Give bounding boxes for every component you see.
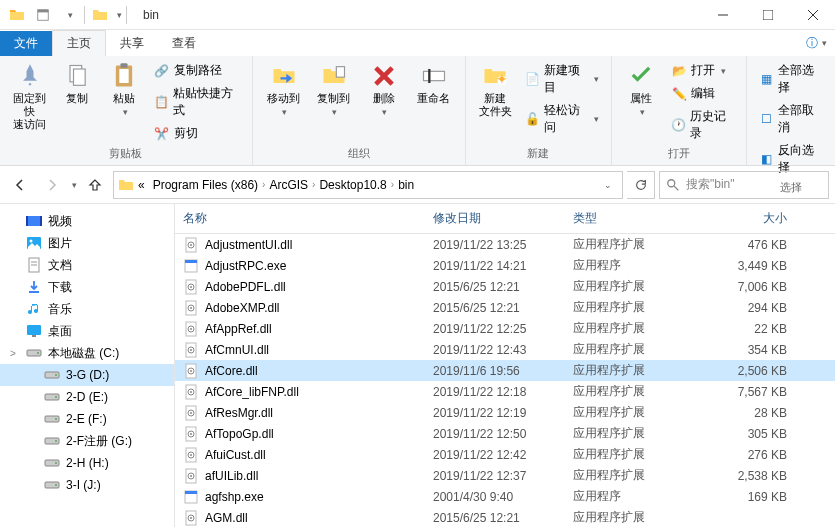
group-select: ▦全部选择 ☐全部取消 ◧反向选择 选择 (747, 56, 835, 165)
refresh-button[interactable] (627, 171, 655, 199)
table-row[interactable]: AdobePDFL.dll2015/6/25 12:21应用程序扩展7,006 … (175, 276, 835, 297)
sidebar-item[interactable]: 2-H (H:) (0, 452, 174, 474)
sidebar-item[interactable]: 桌面 (0, 320, 174, 342)
column-type[interactable]: 类型 (565, 204, 705, 233)
table-row[interactable]: AfResMgr.dll2019/11/22 12:19应用程序扩展28 KB (175, 402, 835, 423)
table-row[interactable]: AfCore_libFNP.dll2019/11/22 12:18应用程序扩展7… (175, 381, 835, 402)
file-name: AfTopoGp.dll (205, 427, 274, 441)
maximize-button[interactable] (745, 0, 790, 30)
sidebar-item[interactable]: 2-F注册 (G:) (0, 430, 174, 452)
qat-properties-icon[interactable] (32, 4, 54, 26)
open-button[interactable]: 📂打开▾ (667, 60, 738, 81)
recent-locations-button[interactable]: ▾ (72, 180, 77, 190)
table-row[interactable]: AfCmnUI.dll2019/11/22 12:43应用程序扩展354 KB (175, 339, 835, 360)
svg-point-36 (55, 374, 57, 376)
new-item-button[interactable]: 📄新建项目▾ (521, 60, 603, 98)
table-row[interactable]: AfAppRef.dll2019/11/22 12:25应用程序扩展22 KB (175, 318, 835, 339)
sidebar-item-label: 下载 (48, 279, 72, 296)
properties-button[interactable]: 属性▾ (620, 60, 663, 120)
table-row[interactable]: agfshp.exe2001/4/30 9:40应用程序169 KB (175, 486, 835, 507)
tab-file[interactable]: 文件 (0, 31, 52, 56)
file-name: AdobeXMP.dll (205, 301, 280, 315)
svg-point-42 (55, 418, 57, 420)
sidebar-item[interactable]: 图片 (0, 232, 174, 254)
sidebar-item[interactable]: 3-I (J:) (0, 474, 174, 496)
copy-to-button[interactable]: 复制到▾ (311, 60, 357, 120)
table-row[interactable]: AfCore.dll2019/11/6 19:56应用程序扩展2,506 KB (175, 360, 835, 381)
forward-button[interactable] (38, 171, 66, 199)
sidebar-item[interactable]: 2-D (E:) (0, 386, 174, 408)
minimize-button[interactable] (700, 0, 745, 30)
copy-path-button[interactable]: 🔗复制路径 (150, 60, 244, 81)
search-input[interactable]: 搜索"bin" (659, 171, 829, 199)
cut-button[interactable]: ✂️剪切 (150, 123, 244, 144)
sidebar-item-label: 2-E (F:) (66, 412, 107, 426)
table-row[interactable]: AdjustmentUI.dll2019/11/22 13:25应用程序扩展47… (175, 234, 835, 255)
sidebar-item[interactable]: 2-E (F:) (0, 408, 174, 430)
table-row[interactable]: AdobeXMP.dll2015/6/25 12:21应用程序扩展294 KB (175, 297, 835, 318)
sidebar-item[interactable]: 音乐 (0, 298, 174, 320)
history-button[interactable]: 🕐历史记录 (667, 106, 738, 144)
new-folder-button[interactable]: ✦ 新建 文件夹 (474, 60, 517, 120)
column-date[interactable]: 修改日期 (425, 204, 565, 233)
up-button[interactable] (81, 171, 109, 199)
back-button[interactable] (6, 171, 34, 199)
tab-view[interactable]: 查看 (158, 31, 210, 56)
breadcrumb-segment[interactable]: ArcGIS (265, 178, 312, 192)
easy-access-button[interactable]: 🔓轻松访问▾ (521, 100, 603, 138)
breadcrumb-segment[interactable]: Program Files (x86) (149, 178, 262, 192)
sidebar-item[interactable]: >本地磁盘 (C:) (0, 342, 174, 364)
music-icon (26, 301, 42, 317)
table-row[interactable]: AGM.dll2015/6/25 12:21应用程序扩展 (175, 507, 835, 527)
breadcrumb-segment[interactable]: Desktop10.8 (315, 178, 390, 192)
tab-home[interactable]: 主页 (52, 30, 106, 56)
paste-button[interactable]: 粘贴 ▾ (103, 60, 146, 120)
address-bar[interactable]: « Program Files (x86) › ArcGIS › Desktop… (113, 171, 623, 199)
svg-point-33 (37, 352, 39, 354)
file-size: 28 KB (705, 406, 795, 420)
file-icon (183, 363, 199, 379)
file-date: 2015/6/25 12:21 (425, 301, 565, 315)
svg-rect-15 (423, 71, 444, 80)
navigation-pane[interactable]: 视频图片文档下载音乐桌面>本地磁盘 (C:)3-G (D:)2-D (E:)2-… (0, 204, 175, 527)
sidebar-item[interactable]: 下载 (0, 276, 174, 298)
copy-button[interactable]: 复制 (55, 60, 98, 107)
svg-rect-23 (40, 216, 42, 226)
table-row[interactable]: afUILib.dll2019/11/22 12:37应用程序扩展2,538 K… (175, 465, 835, 486)
file-date: 2019/11/22 12:19 (425, 406, 565, 420)
sidebar-item[interactable]: 3-G (D:) (0, 364, 174, 386)
sidebar-item-label: 2-F注册 (G:) (66, 433, 132, 450)
svg-point-54 (190, 244, 192, 246)
file-date: 2019/11/22 12:50 (425, 427, 565, 441)
downloads-icon (26, 279, 42, 295)
edit-button[interactable]: ✏️编辑 (667, 83, 738, 104)
file-size: 305 KB (705, 427, 795, 441)
svg-rect-56 (185, 260, 197, 263)
select-none-button[interactable]: ☐全部取消 (755, 100, 827, 138)
column-size[interactable]: 大小 (705, 204, 795, 233)
select-all-button[interactable]: ▦全部选择 (755, 60, 827, 98)
delete-button[interactable]: 删除▾ (361, 60, 407, 120)
sidebar-item[interactable]: 文档 (0, 254, 174, 276)
column-headers: 名称 修改日期 类型 大小 (175, 204, 835, 234)
rename-button[interactable]: 重命名 (411, 60, 457, 107)
sidebar-item[interactable]: 视频 (0, 210, 174, 232)
table-row[interactable]: AfTopoGp.dll2019/11/22 12:50应用程序扩展305 KB (175, 423, 835, 444)
file-size: 7,006 KB (705, 280, 795, 294)
column-name[interactable]: 名称 (175, 204, 425, 233)
paste-shortcut-button[interactable]: 📋粘贴快捷方式 (150, 83, 244, 121)
table-row[interactable]: AdjustRPC.exe2019/11/22 14:21应用程序3,449 K… (175, 255, 835, 276)
close-button[interactable] (790, 0, 835, 30)
address-dropdown[interactable]: ⌄ (598, 180, 618, 190)
svg-rect-10 (120, 69, 129, 83)
svg-rect-12 (336, 67, 344, 78)
ribbon-collapse-button[interactable]: ⓘ▾ (803, 30, 829, 56)
qat-dropdown-icon[interactable]: ▾ (58, 4, 80, 26)
file-list[interactable]: 名称 修改日期 类型 大小 AdjustmentUI.dll2019/11/22… (175, 204, 835, 527)
table-row[interactable]: AfuiCust.dll2019/11/22 12:42应用程序扩展276 KB (175, 444, 835, 465)
breadcrumb-segment[interactable]: bin (394, 178, 418, 192)
tab-share[interactable]: 共享 (106, 31, 158, 56)
pin-quick-access-button[interactable]: 固定到快 速访问 (8, 60, 51, 134)
file-icon (183, 300, 199, 316)
move-to-button[interactable]: 移动到▾ (261, 60, 307, 120)
